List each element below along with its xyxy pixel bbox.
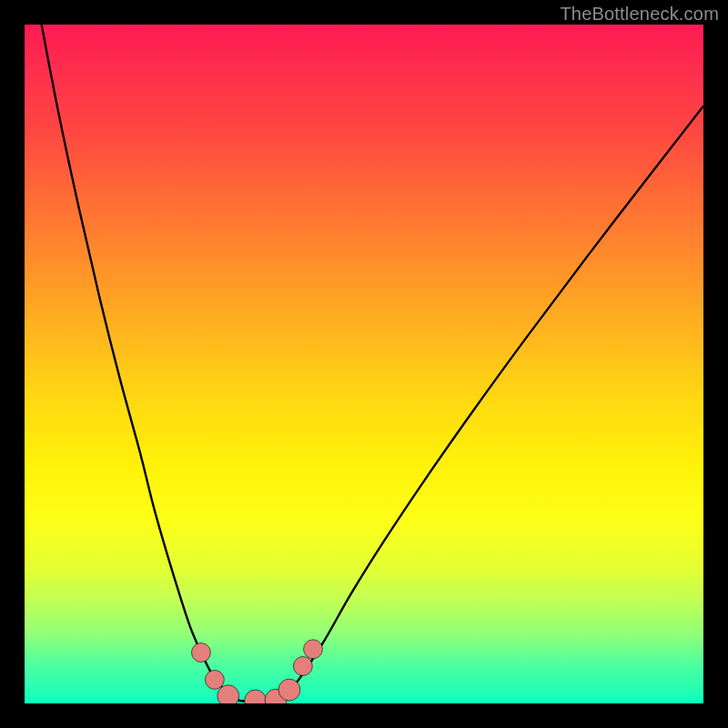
curve-markers xyxy=(192,640,323,703)
curve-marker xyxy=(293,657,312,676)
chart-plot-area xyxy=(25,25,703,703)
chart-svg xyxy=(25,25,703,703)
curve-marker xyxy=(278,679,300,701)
chart-frame: TheBottleneck.com xyxy=(0,0,728,728)
curve-marker xyxy=(304,640,323,659)
bottleneck-curve xyxy=(42,25,703,702)
watermark-text: TheBottleneck.com xyxy=(560,4,719,25)
curve-marker xyxy=(205,670,224,689)
curve-marker xyxy=(217,685,239,703)
curve-marker xyxy=(245,690,267,703)
curve-marker xyxy=(192,643,211,662)
